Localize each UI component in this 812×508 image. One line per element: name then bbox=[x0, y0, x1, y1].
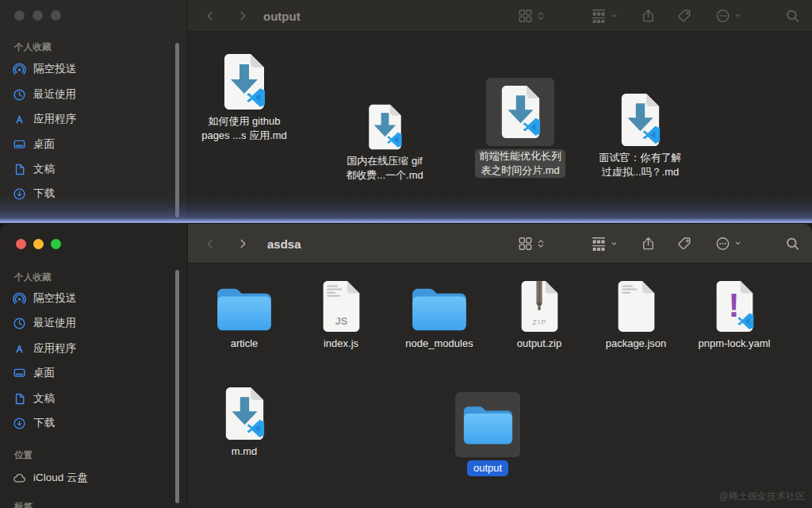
forward-chevron-icon bbox=[237, 9, 248, 23]
file-md-interview[interactable]: 面试官：你有了解过虚拟...吗？.md bbox=[587, 89, 694, 179]
grid-view-icon bbox=[518, 8, 533, 23]
sidebar-item-label: 下载 bbox=[33, 187, 55, 201]
file-grid: article index.js node_modules output.zip… bbox=[188, 264, 812, 508]
share-button[interactable] bbox=[641, 8, 656, 24]
download-circle-icon bbox=[13, 187, 26, 201]
tag-icon bbox=[677, 8, 692, 23]
sidebar-item-airdrop[interactable]: 隔空投送 bbox=[13, 61, 171, 77]
group-by-button[interactable] bbox=[591, 236, 619, 252]
back-chevron-icon bbox=[205, 237, 216, 251]
sidebar-item-label: 隔空投送 bbox=[33, 62, 76, 76]
zoom-button[interactable] bbox=[51, 239, 61, 249]
folder-node-modules[interactable]: node_modules bbox=[384, 276, 495, 351]
forward-chevron-icon bbox=[237, 237, 248, 251]
locations-header: 位置 bbox=[14, 449, 33, 461]
minimize-button[interactable] bbox=[33, 10, 43, 21]
sidebar-item-applications[interactable]: 应用程序 bbox=[13, 111, 171, 127]
search-icon bbox=[785, 8, 800, 23]
folder-icon bbox=[215, 284, 274, 333]
chevron-down-icon bbox=[610, 237, 619, 250]
toolbar: asdsa bbox=[188, 224, 812, 264]
folder-icon bbox=[462, 402, 515, 447]
sidebar-item-airdrop[interactable]: 隔空投送 bbox=[13, 291, 171, 306]
file-md-github-pages[interactable]: 如何使用 githubpages ...s 应用.md bbox=[190, 49, 298, 143]
js-file-icon bbox=[320, 279, 362, 333]
folder-output-selected[interactable]: output bbox=[448, 392, 527, 476]
file-name: node_modules bbox=[405, 337, 473, 351]
watermark: @稀土掘金技术社区 bbox=[678, 490, 805, 503]
document-icon bbox=[13, 163, 26, 176]
sort-chevrons-icon bbox=[536, 237, 546, 250]
app-store-icon bbox=[13, 342, 26, 356]
file-md-gif-compress[interactable]: 国内在线压缩 gif都收费...一个.md bbox=[329, 102, 440, 183]
more-options-button[interactable] bbox=[715, 8, 742, 23]
file-name: 国内在线压缩 gif都收费...一个.md bbox=[346, 154, 423, 183]
file-package-json[interactable]: package.json bbox=[580, 276, 691, 351]
search-button[interactable] bbox=[785, 236, 800, 251]
group-by-icon bbox=[591, 8, 607, 24]
group-by-button[interactable] bbox=[591, 8, 619, 24]
back-button[interactable] bbox=[205, 9, 216, 23]
view-options-button[interactable] bbox=[518, 236, 546, 251]
clock-icon bbox=[13, 88, 26, 102]
sidebar-item-label: 隔空投送 bbox=[33, 291, 76, 306]
file-md-longlist-selected[interactable]: 前端性能优化长列表之时间分片.md bbox=[471, 78, 569, 178]
sidebar-item-label: 文稿 bbox=[33, 162, 55, 176]
file-name: 面试官：你有了解过虚拟...吗？.md bbox=[599, 151, 682, 179]
sidebar-scrollbar[interactable] bbox=[175, 270, 179, 503]
ellipsis-circle-icon bbox=[715, 8, 730, 23]
forward-button[interactable] bbox=[237, 237, 248, 251]
file-pnpm-lock-yaml[interactable]: pnpm-lock.yaml bbox=[679, 276, 790, 351]
download-circle-icon bbox=[13, 417, 26, 430]
back-button[interactable] bbox=[205, 237, 216, 251]
yaml-file-icon bbox=[714, 279, 756, 333]
sidebar-item-recents[interactable]: 最近使用 bbox=[13, 87, 171, 102]
sidebar: 个人收藏 隔空投送 最近使用 应用程序 桌面 文稿 下载 bbox=[0, 0, 188, 223]
group-by-icon bbox=[591, 236, 607, 252]
file-name: package.json bbox=[606, 337, 667, 351]
share-button[interactable] bbox=[641, 236, 656, 252]
sidebar-item-label: 应用程序 bbox=[33, 341, 76, 356]
file-index-js[interactable]: index.js bbox=[293, 276, 389, 351]
minimize-button[interactable] bbox=[33, 239, 44, 249]
file-name: article bbox=[231, 337, 259, 351]
folder-article[interactable]: article bbox=[197, 276, 292, 351]
toolbar: output bbox=[188, 0, 812, 32]
favorites-header: 个人收藏 bbox=[14, 271, 52, 283]
file-output-zip[interactable]: output.zip bbox=[492, 276, 587, 351]
file-name: 前端性能优化长列表之时间分片.md bbox=[475, 149, 565, 178]
forward-button[interactable] bbox=[237, 9, 248, 23]
sidebar-item-desktop[interactable]: 桌面 bbox=[13, 137, 171, 152]
zoom-button[interactable] bbox=[51, 10, 61, 21]
sidebar-item-downloads[interactable]: 下载 bbox=[13, 415, 171, 431]
sidebar-scrollbar[interactable] bbox=[175, 43, 179, 217]
sidebar-item-documents[interactable]: 文稿 bbox=[13, 391, 171, 406]
window-title: output bbox=[263, 9, 301, 22]
more-options-button[interactable] bbox=[715, 236, 742, 251]
tag-button[interactable] bbox=[677, 236, 692, 251]
desktop-icon bbox=[13, 367, 26, 380]
share-icon bbox=[641, 8, 656, 24]
sidebar-item-documents[interactable]: 文稿 bbox=[13, 161, 171, 177]
ellipsis-circle-icon bbox=[715, 236, 730, 251]
sidebar-item-icloud[interactable]: iCloud 云盘 bbox=[13, 470, 171, 486]
close-button[interactable] bbox=[14, 10, 25, 21]
file-m-md[interactable]: m.md bbox=[197, 383, 292, 459]
favorites-header: 个人收藏 bbox=[14, 41, 52, 53]
airdrop-icon bbox=[13, 292, 26, 306]
document-icon bbox=[13, 392, 26, 406]
chevron-down-icon bbox=[733, 10, 742, 22]
sidebar-item-downloads[interactable]: 下载 bbox=[13, 186, 171, 202]
view-options-button[interactable] bbox=[518, 8, 546, 23]
search-icon bbox=[785, 236, 800, 251]
window-title: asdsa bbox=[267, 237, 301, 250]
close-button[interactable] bbox=[16, 239, 26, 249]
tag-button[interactable] bbox=[677, 8, 692, 23]
search-button[interactable] bbox=[785, 8, 800, 23]
sidebar-item-desktop[interactable]: 桌面 bbox=[13, 365, 171, 381]
grid-view-icon bbox=[518, 236, 533, 251]
sidebar-item-applications[interactable]: 应用程序 bbox=[13, 341, 171, 356]
file-name: index.js bbox=[324, 337, 358, 351]
sort-chevrons-icon bbox=[536, 9, 546, 22]
sidebar-item-recents[interactable]: 最近使用 bbox=[13, 315, 171, 331]
